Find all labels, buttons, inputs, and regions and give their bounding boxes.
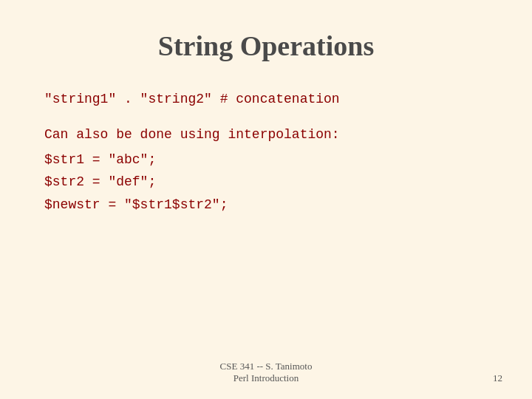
- slide-title: String Operations: [44, 30, 488, 62]
- slide: String Operations "string1" . "string2" …: [0, 0, 532, 399]
- code-line-1: $str1 = "abc";: [44, 149, 488, 171]
- concatenation-line: "string1" . "string2" # concatenation: [44, 92, 488, 106]
- code-line-2: $str2 = "def";: [44, 171, 488, 194]
- interpolation-intro: Can also be done using interpolation:: [44, 124, 488, 146]
- footer: CSE 341 -- S. Tanimoto Perl Introduction: [0, 361, 532, 384]
- footer-line1: CSE 341 -- S. Tanimoto: [220, 361, 313, 372]
- footer-line2: Perl Introduction: [233, 372, 299, 383]
- page-number: 12: [493, 372, 502, 384]
- code-line-3: $newstr = "$str1$str2";: [44, 194, 488, 216]
- code-section: Can also be done using interpolation: $s…: [44, 124, 488, 216]
